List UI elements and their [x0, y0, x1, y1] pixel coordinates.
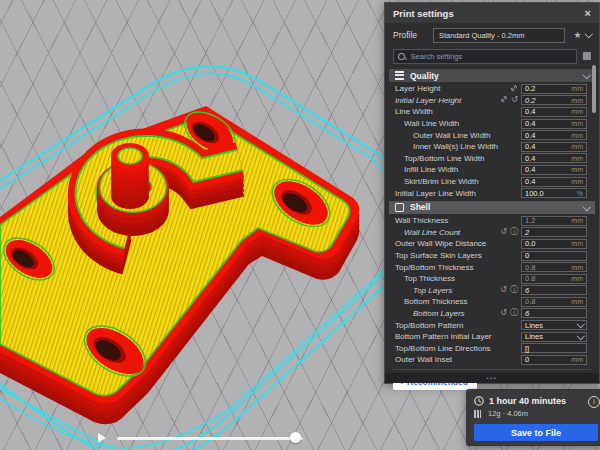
chevron-down-icon[interactable]: [584, 30, 592, 38]
setting-value-wall-line-width[interactable]: 0.4mm: [521, 119, 587, 129]
setting-row-top-layers: Top Layers↺ⓘ6: [385, 285, 599, 297]
setting-row-wall-line-count: Wall Line Count↺ⓘ2: [385, 227, 599, 239]
chevron-down-icon: [582, 203, 590, 211]
search-row: [393, 49, 591, 63]
setting-row-top-bottom-line-width: Top/Bottom Line Width0.4mm: [385, 153, 599, 165]
setting-row-outer-wall-wipe-distance: Outer Wall Wipe Distance0.0mm: [385, 238, 599, 250]
setting-row-top-bottom-pattern: Top/Bottom PatternLines: [385, 319, 599, 331]
setting-label: Outer Wall Wipe Distance: [395, 239, 486, 248]
setting-value-top-bottom-line-directions[interactable]: []: [521, 343, 587, 353]
setting-label: Outer Wall Line Width: [413, 131, 491, 140]
chevron-down-icon: [576, 332, 584, 340]
setting-label: Initial Layer Height: [395, 96, 461, 105]
setting-row-skirt-brim-line-width: Skirt/Brim Line Width0.4mm: [385, 176, 599, 188]
setting-row-top-bottom-line-directions: Top/Bottom Line Directions[]: [385, 342, 599, 354]
divider: [393, 369, 591, 370]
panel-titlebar: Print settings ×: [385, 3, 599, 23]
link-icon[interactable]: [500, 95, 508, 105]
setting-row-layer-height: Layer Height0.2mm: [385, 83, 599, 95]
model-cylinder: [111, 143, 149, 209]
setting-row-initial-layer-height: Initial Layer Height↺0.2mm: [385, 95, 599, 107]
setting-label: Bottom Thickness: [404, 297, 467, 306]
setting-value-wall-thickness[interactable]: 1.2mm: [521, 216, 587, 226]
profile-value: Standard Quality - 0.2mm: [439, 31, 524, 40]
setting-row-line-width: Line Width0.4mm: [385, 106, 599, 118]
setting-value-top-thickness[interactable]: 0.8mm: [521, 274, 587, 284]
panel-title: Print settings: [393, 8, 585, 19]
setting-label: Outer Wall Inset: [395, 355, 452, 364]
revert-icon[interactable]: ↺: [511, 96, 518, 104]
setting-value-initial-layer-line-width[interactable]: 100.0%: [521, 188, 587, 198]
setting-value-skirt-brim-line-width[interactable]: 0.4mm: [521, 177, 587, 187]
scrollbar-thumb[interactable]: [592, 65, 596, 113]
setting-label: Layer Height: [395, 84, 440, 93]
setting-label: Infill Line Width: [404, 165, 458, 174]
setting-value-inner-wall-s-line-width[interactable]: 0.4mm: [521, 142, 587, 152]
settings-list: QualityLayer Height0.2mmInitial Layer He…: [385, 69, 599, 366]
setting-value-top-bottom-line-width[interactable]: 0.4mm: [521, 153, 587, 163]
setting-dropdown-top-bottom-pattern[interactable]: Lines: [521, 320, 587, 330]
print-job-summary: 1 hour 40 minutes i 12g · 4.06m Save to …: [466, 389, 600, 446]
drag-handle-icon[interactable]: •••: [487, 375, 498, 381]
setting-value-outer-wall-line-width[interactable]: 0.4mm: [521, 130, 587, 140]
setting-row-top-bottom-thickness: Top/Bottom Thickness0.8mm: [385, 261, 599, 273]
revert-icon[interactable]: ↺: [500, 286, 507, 294]
setting-value-bottom-layers[interactable]: 6: [521, 308, 587, 318]
setting-label: Top Layers: [413, 286, 452, 295]
setting-value-top-surface-skin-layers[interactable]: 0: [521, 251, 587, 261]
setting-label: Inner Wall(s) Line Width: [413, 142, 498, 151]
layer-playbar: [96, 430, 316, 446]
time-row: 1 hour 40 minutes i: [474, 396, 598, 406]
info-icon[interactable]: ⓘ: [510, 309, 518, 317]
setting-value-line-width[interactable]: 0.4mm: [521, 107, 587, 117]
chevron-down-icon: [576, 320, 584, 328]
layer-slider-track[interactable]: [117, 437, 303, 440]
link-icon[interactable]: [510, 84, 518, 94]
search-icon: [398, 53, 405, 60]
setting-label: Top Surface Skin Layers: [395, 251, 482, 260]
setting-label: Wall Line Width: [404, 119, 459, 128]
clock-icon: [474, 396, 484, 406]
setting-value-outer-wall-inset[interactable]: 0mm: [521, 355, 587, 365]
setting-value-infill-line-width[interactable]: 0.4mm: [521, 165, 587, 175]
setting-row-wall-line-width: Wall Line Width0.4mm: [385, 118, 599, 130]
setting-dropdown-bottom-pattern-initial-layer[interactable]: Lines: [521, 332, 587, 342]
setting-row-top-thickness: Top Thickness0.8mm: [385, 273, 599, 285]
search-input[interactable]: [409, 51, 572, 62]
filament-icon: [474, 410, 483, 418]
layer-slider-handle[interactable]: [290, 432, 301, 443]
setting-value-layer-height[interactable]: 0.2mm: [521, 84, 587, 94]
setting-value-wall-line-count[interactable]: 2: [521, 227, 587, 237]
setting-label: Top Thickness: [404, 274, 455, 283]
settings-filter-icon[interactable]: [583, 52, 591, 60]
section-header-shell[interactable]: Shell: [389, 201, 595, 214]
profile-dropdown[interactable]: Standard Quality - 0.2mm: [433, 28, 565, 43]
setting-value-bottom-thickness[interactable]: 0.8mm: [521, 297, 587, 307]
play-button[interactable]: [98, 433, 106, 443]
setting-label: Wall Line Count: [404, 228, 460, 237]
setting-row-outer-wall-line-width: Outer Wall Line Width0.4mm: [385, 129, 599, 141]
revert-icon[interactable]: ↺: [500, 228, 507, 236]
setting-value-outer-wall-wipe-distance[interactable]: 0.0mm: [521, 239, 587, 249]
revert-icon[interactable]: ↺: [500, 309, 507, 317]
setting-row-inner-wall-s-line-width: Inner Wall(s) Line Width0.4mm: [385, 141, 599, 153]
info-icon[interactable]: i: [588, 396, 600, 408]
setting-value-top-layers[interactable]: 6: [521, 285, 587, 295]
setting-label: Top/Bottom Thickness: [395, 263, 474, 272]
setting-label: Top/Bottom Line Directions: [395, 344, 491, 353]
setting-label: Bottom Pattern Initial Layer: [395, 332, 492, 341]
setting-label: Top/Bottom Pattern: [395, 321, 463, 330]
section-header-quality[interactable]: Quality: [389, 69, 595, 82]
info-icon[interactable]: ⓘ: [510, 228, 518, 236]
info-icon[interactable]: ⓘ: [510, 286, 518, 294]
setting-value-initial-layer-height[interactable]: 0.2mm: [521, 95, 587, 105]
favorite-star-icon[interactable]: ★: [573, 30, 581, 40]
quality-icon: [395, 71, 404, 80]
material-usage: 12g · 4.06m: [488, 409, 528, 418]
setting-row-bottom-thickness: Bottom Thickness0.8mm: [385, 296, 599, 308]
setting-value-top-bottom-thickness[interactable]: 0.8mm: [521, 262, 587, 272]
print-settings-panel: Print settings × Profile Standard Qualit…: [384, 2, 600, 384]
save-to-file-button[interactable]: Save to File: [474, 424, 598, 441]
close-icon[interactable]: ×: [585, 8, 591, 19]
search-box[interactable]: [393, 49, 577, 64]
